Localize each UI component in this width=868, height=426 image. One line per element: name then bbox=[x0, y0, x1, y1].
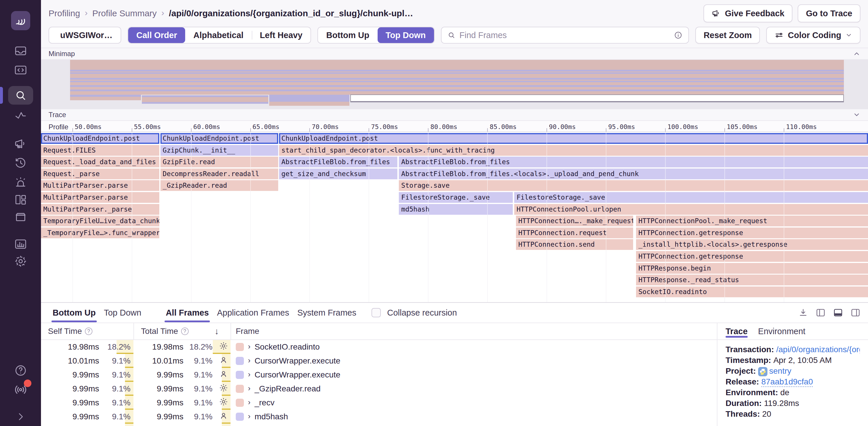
nav-settings-icon[interactable] bbox=[0, 255, 41, 268]
details-tab-environment[interactable]: Environment bbox=[758, 323, 806, 339]
flame-frame[interactable]: Storage.save bbox=[399, 180, 868, 191]
expand-row-icon[interactable]: › bbox=[248, 384, 251, 393]
info-icon[interactable] bbox=[674, 31, 683, 39]
whats-new-icon[interactable] bbox=[0, 383, 41, 398]
self-time-column-header[interactable]: Self Time? bbox=[41, 323, 134, 339]
breadcrumb-item[interactable]: Profile Summary bbox=[92, 8, 157, 18]
nav-search-active[interactable] bbox=[8, 86, 33, 105]
flame-frame[interactable]: MultiPartParser._parse bbox=[41, 204, 159, 215]
flame-frame[interactable]: _GzipReader.read bbox=[160, 180, 278, 191]
flame-frame[interactable]: AbstractFileBlob.from_files bbox=[279, 157, 397, 167]
table-row[interactable]: 9.99ms9.1%9.99ms9.1%›CursorWrapper.execu… bbox=[41, 368, 717, 382]
flame-frame[interactable]: _install_httplib.<locals>.getresponse bbox=[636, 239, 868, 250]
collapse-trace-icon[interactable] bbox=[853, 111, 861, 119]
flame-frame[interactable]: Request.FILES bbox=[41, 145, 159, 156]
nav-stats-icon[interactable] bbox=[0, 237, 41, 251]
flame-frame[interactable]: _TemporaryFile…>.func_wrapper bbox=[41, 228, 159, 238]
sort-option-left-heavy[interactable]: Left Heavy bbox=[252, 27, 311, 43]
flame-frame[interactable]: start_child_span_decorator.<locals>.func… bbox=[279, 145, 868, 156]
nav-dashboards-icon[interactable] bbox=[0, 193, 41, 206]
sort-option-call-order[interactable]: Call Order bbox=[128, 27, 185, 43]
table-row[interactable]: 19.98ms18.2%19.98ms18.2%›SocketIO.readin… bbox=[41, 340, 717, 354]
table-row[interactable]: 9.99ms9.1%9.99ms9.1%›md5hash bbox=[41, 410, 717, 424]
detail-link[interactable]: 87aab1d9cfa0 bbox=[761, 377, 813, 387]
flame-frame[interactable]: HTTPConnection…._make_request bbox=[516, 216, 633, 226]
go-to-trace-button[interactable]: Go to Trace bbox=[798, 4, 861, 22]
help-icon[interactable] bbox=[0, 364, 41, 377]
nav-replays-icon[interactable] bbox=[0, 156, 41, 170]
flame-frame[interactable]: ChunkUploadEndpoint.post bbox=[160, 133, 278, 144]
detail-link[interactable]: sentry bbox=[769, 366, 791, 375]
question-icon[interactable]: ? bbox=[181, 327, 189, 335]
flame-frame[interactable]: AbstractFileBlob.from_files bbox=[399, 157, 868, 167]
nav-releases-icon[interactable] bbox=[0, 210, 41, 224]
question-icon[interactable]: ? bbox=[85, 327, 92, 335]
expand-row-icon[interactable]: › bbox=[248, 356, 251, 365]
layout-left-icon[interactable] bbox=[816, 308, 826, 318]
tab-bottom-up[interactable]: Bottom Up bbox=[49, 304, 100, 322]
minimap[interactable] bbox=[41, 59, 868, 109]
flame-frame[interactable]: MultiPartParser.parse bbox=[41, 180, 159, 191]
details-tab-trace[interactable]: Trace bbox=[725, 323, 748, 339]
sort-descending-icon[interactable]: ↓ bbox=[215, 326, 219, 336]
breadcrumb-item[interactable]: Profiling bbox=[49, 8, 80, 18]
color-coding-button[interactable]: Color Coding bbox=[766, 27, 861, 43]
view-option-bottom-up[interactable]: Bottom Up bbox=[318, 27, 377, 43]
nav-insights-icon[interactable] bbox=[0, 109, 41, 122]
flame-frame[interactable]: ChunkUploadEndpoint.post bbox=[41, 133, 159, 144]
minimap-viewport[interactable] bbox=[350, 94, 844, 102]
tab-top-down[interactable]: Top Down bbox=[100, 304, 145, 322]
flamegraph-canvas[interactable]: ChunkUploadEndpoint.postChunkUploadEndpo… bbox=[41, 132, 868, 302]
table-row[interactable]: 9.99ms9.1%9.99ms9.1%›_GzipReader.read bbox=[41, 382, 717, 396]
total-time-column-header[interactable]: Total Time? ↓ bbox=[134, 323, 231, 339]
flame-frame[interactable]: AbstractFileBlob.from_files.<locals>._up… bbox=[399, 168, 868, 179]
breadcrumb-item[interactable]: /api/0/organizations/{organization_id_or… bbox=[169, 8, 413, 18]
frame-column-header[interactable]: Frame bbox=[231, 323, 717, 339]
flame-frame[interactable]: GzipChunk.__init__ bbox=[160, 145, 278, 156]
nav-issues-icon[interactable] bbox=[0, 44, 41, 58]
tab-application-frames[interactable]: Application Frames bbox=[213, 304, 293, 322]
flame-frame[interactable]: TemporaryFileU…ive_data_chunk bbox=[41, 216, 159, 226]
table-row[interactable]: 10.01ms9.1%10.01ms9.1%›CursorWrapper.exe… bbox=[41, 354, 717, 368]
flame-frame[interactable]: FilestoreStorage._save bbox=[399, 192, 513, 203]
flame-frame[interactable]: HTTPConnectionPool._make_request bbox=[636, 216, 868, 226]
flame-frame[interactable]: HTTPResponse._read_status bbox=[636, 274, 868, 285]
nav-alerts-icon[interactable] bbox=[0, 176, 41, 189]
sidebar-expand-icon[interactable] bbox=[0, 412, 41, 422]
thread-selector[interactable]: uWSGIWor… bbox=[49, 27, 121, 43]
expand-row-icon[interactable]: › bbox=[248, 342, 251, 351]
layout-right-icon[interactable] bbox=[850, 308, 861, 318]
expand-row-icon[interactable]: › bbox=[248, 412, 251, 421]
detail-link[interactable]: /api/0/organizations/{organ… bbox=[776, 345, 860, 354]
flame-frame[interactable]: GzipFile.read bbox=[160, 157, 278, 167]
sentry-logo[interactable] bbox=[11, 11, 30, 30]
collapse-recursion-checkbox[interactable] bbox=[372, 308, 381, 317]
flame-frame[interactable]: get_size_and_checksum bbox=[279, 168, 397, 179]
give-feedback-button[interactable]: Give Feedback bbox=[704, 4, 793, 22]
flame-frame[interactable]: HTTPConnection.getresponse bbox=[636, 228, 868, 238]
flame-frame[interactable]: SocketIO.readinto bbox=[636, 287, 868, 297]
find-frames-search[interactable] bbox=[441, 27, 689, 43]
table-row[interactable]: 9.99ms9.1%9.99ms9.1%›_recv bbox=[41, 396, 717, 410]
flame-frame[interactable]: MultiPartParser.parse bbox=[41, 192, 159, 203]
flame-frame[interactable]: ChunkUploadEndpoint.post bbox=[279, 133, 868, 144]
flame-frame[interactable]: Request._parse bbox=[41, 168, 159, 179]
tab-system-frames[interactable]: System Frames bbox=[293, 304, 361, 322]
flame-frame[interactable]: HTTPConnectionPool.urlopen bbox=[514, 204, 868, 215]
collapse-minimap-icon[interactable] bbox=[853, 50, 861, 58]
sort-option-alphabetical[interactable]: Alphabetical bbox=[185, 27, 251, 43]
flame-frame[interactable]: HTTPConnection.request bbox=[516, 228, 633, 238]
view-option-top-down[interactable]: Top Down bbox=[378, 27, 434, 43]
flame-frame[interactable]: md5hash bbox=[399, 204, 513, 215]
table-row[interactable] bbox=[41, 424, 717, 426]
find-frames-input[interactable] bbox=[460, 31, 670, 40]
expand-row-icon[interactable]: › bbox=[248, 398, 251, 407]
download-icon[interactable] bbox=[798, 308, 808, 318]
flame-frame[interactable]: HTTPConnection.send bbox=[516, 239, 633, 250]
tab-all-frames[interactable]: All Frames bbox=[162, 304, 213, 322]
flame-frame[interactable]: HTTPResponse.begin bbox=[636, 263, 868, 274]
flame-frame[interactable]: HTTPConnection.getresponse bbox=[636, 251, 868, 262]
nav-explore-icon[interactable] bbox=[0, 63, 41, 77]
flame-frame[interactable]: DecompressReader.readall bbox=[160, 168, 278, 179]
flame-frame[interactable]: FilestoreStorage._save bbox=[514, 192, 868, 203]
